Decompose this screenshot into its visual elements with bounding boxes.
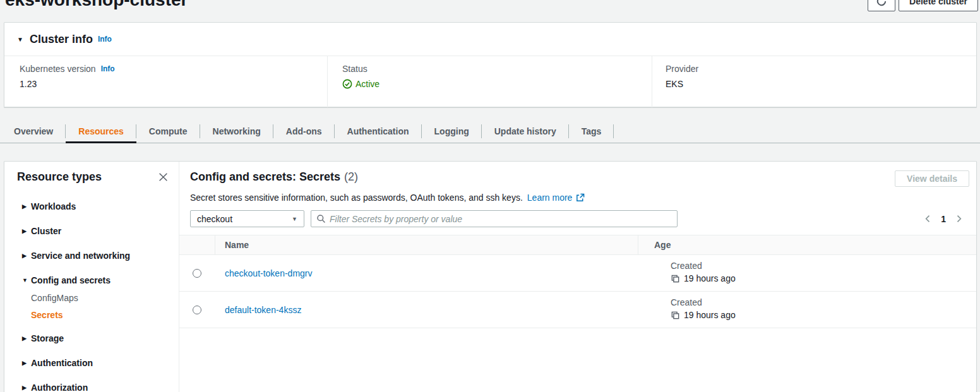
sidebar-item-authorization[interactable]: ▶ Authorization <box>4 381 179 392</box>
resources-panel: Resource types ▶ Workloads ▶ Cluster ▶ S… <box>4 161 977 392</box>
chevron-right-icon: ▶ <box>22 203 31 210</box>
kubernetes-version-label: Kubernetes version <box>20 64 96 74</box>
chevron-right-icon: ▶ <box>22 384 31 391</box>
dropdown-caret-icon: ▼ <box>292 216 297 222</box>
sidebar-item-authentication[interactable]: ▶ Authentication <box>4 357 179 369</box>
secrets-description: Secret stores sensitive information, suc… <box>190 193 523 203</box>
created-label: Created <box>671 297 976 307</box>
filter-dropdown[interactable]: checkout ▼ <box>190 210 304 227</box>
cluster-info-info-link[interactable]: Info <box>98 35 112 44</box>
kubernetes-version-field: Kubernetes version Info 1.23 <box>4 56 327 107</box>
provider-label: Provider <box>666 64 976 74</box>
cluster-info-card: ▼ Cluster info Info Kubernetes version I… <box>4 22 977 107</box>
provider-value: EKS <box>666 79 976 89</box>
kubernetes-version-info-link[interactable]: Info <box>101 64 115 73</box>
status-value: Active <box>356 79 379 89</box>
tab-authentication[interactable]: Authentication <box>335 120 422 143</box>
cluster-info-header[interactable]: ▼ Cluster info Info <box>4 23 976 56</box>
search-input[interactable] <box>330 214 672 224</box>
age-value: 19 hours ago <box>684 273 736 283</box>
cluster-info-title: Cluster info <box>30 33 93 46</box>
row-radio-button[interactable] <box>193 269 201 278</box>
status-label: Status <box>342 64 652 74</box>
tab-resources[interactable]: Resources <box>66 120 136 143</box>
chevron-right-icon: ▶ <box>22 360 31 366</box>
tab-update-history[interactable]: Update history <box>482 120 569 143</box>
collapse-caret-icon[interactable]: ▼ <box>17 36 23 43</box>
sidebar-item-configmaps[interactable]: ConfigMaps <box>4 292 179 304</box>
age-value: 19 hours ago <box>684 310 736 320</box>
resource-types-title: Resource types <box>17 170 102 184</box>
table-row: checkout-token-dmgrv Created 19 hours ag… <box>179 255 976 292</box>
pagination: 1 <box>924 214 969 224</box>
tab-compute[interactable]: Compute <box>136 120 200 143</box>
copy-icon[interactable] <box>671 274 684 283</box>
row-radio-button[interactable] <box>193 306 201 314</box>
search-icon <box>316 214 326 223</box>
sidebar-item-service-and-networking[interactable]: ▶ Service and networking <box>4 249 179 262</box>
page-title: eks-workshop-cluster <box>5 0 188 10</box>
sidebar-item-workloads[interactable]: ▶ Workloads <box>4 200 179 213</box>
secrets-table: Name Age checkout-token-dmgrv Created <box>179 235 976 328</box>
status-field: Status Active <box>327 56 652 107</box>
table-row: default-token-4kssz Created 19 hours ago <box>179 292 976 328</box>
tab-add-ons[interactable]: Add-ons <box>273 120 335 143</box>
column-header-age[interactable]: Age <box>638 240 976 250</box>
refresh-icon <box>876 0 887 7</box>
secrets-count: (2) <box>344 170 358 184</box>
delete-cluster-button[interactable]: Delete cluster <box>899 0 978 11</box>
view-details-button[interactable]: View details <box>895 170 969 187</box>
status-active-icon <box>342 79 356 89</box>
created-label: Created <box>671 261 976 271</box>
chevron-right-icon: ▶ <box>22 252 31 259</box>
chevron-right-icon: ▶ <box>22 335 31 342</box>
copy-icon[interactable] <box>671 311 684 320</box>
cluster-info-body: Kubernetes version Info 1.23 Status Acti… <box>4 56 976 107</box>
secret-name-link[interactable]: default-token-4kssz <box>225 305 301 315</box>
kubernetes-version-value: 1.23 <box>20 79 327 89</box>
previous-page-icon[interactable] <box>924 215 932 223</box>
chevron-down-icon: ▼ <box>22 277 31 283</box>
cluster-tabs: Overview Resources Compute Networking Ad… <box>0 120 980 143</box>
resource-types-sidebar: Resource types ▶ Workloads ▶ Cluster ▶ S… <box>4 162 179 392</box>
secrets-content: Config and secrets: Secrets (2) View det… <box>179 162 976 392</box>
learn-more-link[interactable]: Learn more <box>527 193 585 203</box>
close-icon[interactable] <box>158 172 169 182</box>
refresh-button[interactable] <box>868 0 895 11</box>
column-header-name[interactable]: Name <box>215 240 638 250</box>
search-field <box>311 210 678 227</box>
eks-console-screen: eks-workshop-cluster Delete cluster ▼ Cl… <box>0 0 980 392</box>
tab-overview[interactable]: Overview <box>1 120 66 143</box>
sidebar-item-storage[interactable]: ▶ Storage <box>4 332 179 345</box>
secret-name-link[interactable]: checkout-token-dmgrv <box>225 268 313 278</box>
sidebar-item-config-and-secrets[interactable]: ▼ Config and secrets <box>4 274 179 287</box>
next-page-icon[interactable] <box>955 215 963 223</box>
tab-logging[interactable]: Logging <box>422 120 482 143</box>
sidebar-item-secrets[interactable]: Secrets <box>4 309 179 321</box>
external-link-icon <box>572 193 585 203</box>
sidebar-item-cluster[interactable]: ▶ Cluster <box>4 225 179 237</box>
tab-networking[interactable]: Networking <box>200 120 273 143</box>
provider-field: Provider EKS <box>652 56 976 107</box>
chevron-right-icon: ▶ <box>22 228 31 234</box>
secrets-title: Config and secrets: Secrets <box>190 170 340 184</box>
tab-tags[interactable]: Tags <box>569 120 614 143</box>
current-page[interactable]: 1 <box>941 214 946 224</box>
table-header: Name Age <box>179 235 976 255</box>
